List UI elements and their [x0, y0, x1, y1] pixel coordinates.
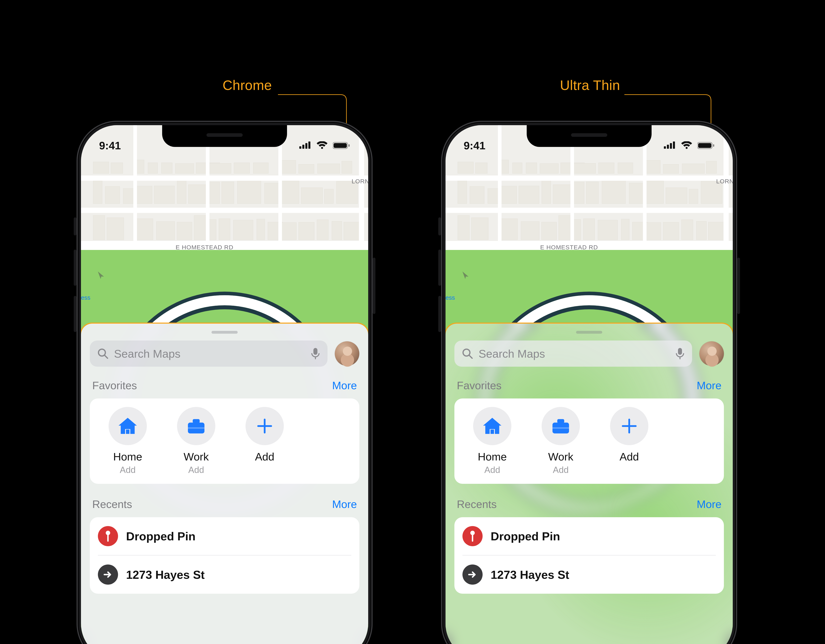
search-sheet[interactable]: Search Maps Favorites More Home Add: [81, 324, 368, 644]
phone-ultrathin: 9:41 E HOMESTEAD RD LORN ess: [441, 121, 737, 644]
avatar[interactable]: [699, 341, 724, 366]
favorites-title: Favorites: [92, 379, 137, 391]
svg-rect-30: [678, 348, 682, 355]
house-icon: [481, 415, 503, 437]
map-buildings: [456, 159, 723, 246]
recent-label: Dropped Pin: [126, 530, 196, 543]
svg-rect-26: [713, 144, 714, 147]
recents-card: Dropped Pin 1273 Hayes St: [90, 517, 359, 594]
recent-dropped-pin[interactable]: Dropped Pin: [462, 517, 716, 555]
favorite-add[interactable]: Add: [599, 407, 660, 475]
plus-icon: [254, 415, 275, 437]
svg-rect-15: [188, 427, 204, 428]
recents-more-link[interactable]: More: [332, 498, 357, 510]
map-street-edge: LORN: [716, 178, 733, 185]
recent-label: 1273 Hayes St: [491, 568, 569, 581]
search-placeholder: Search Maps: [114, 347, 305, 360]
svg-line-9: [105, 355, 108, 358]
favorites-more-link[interactable]: More: [332, 379, 357, 391]
svg-rect-14: [193, 419, 200, 423]
svg-rect-35: [553, 427, 569, 428]
svg-rect-2: [305, 143, 307, 149]
recent-label: 1273 Hayes St: [126, 568, 205, 581]
map-street-edge: LORN: [352, 178, 368, 185]
svg-rect-32: [490, 430, 494, 434]
favorite-sublabel: Add: [553, 465, 569, 475]
favorite-add[interactable]: Add: [235, 407, 295, 475]
favorite-sublabel: Add: [120, 465, 136, 475]
phone-chrome: 9:41 E HOMESTEAD RD LORN: [77, 121, 372, 644]
favorites-title: Favorites: [457, 379, 502, 391]
mic-icon[interactable]: [675, 347, 685, 360]
recents-more-link[interactable]: More: [697, 498, 721, 510]
search-icon: [462, 348, 473, 359]
svg-rect-0: [299, 146, 301, 149]
mic-icon[interactable]: [311, 347, 320, 360]
sheet-grabber[interactable]: [576, 331, 602, 334]
map-link-fragment: ess: [445, 294, 455, 301]
arrow-icon: [467, 569, 478, 580]
annotation-chrome-label: Chrome: [222, 77, 272, 93]
svg-rect-21: [667, 145, 669, 149]
favorite-label: Home: [478, 450, 507, 463]
cellular-icon: [299, 142, 311, 149]
favorite-label: Home: [113, 450, 142, 463]
plus-icon: [618, 415, 640, 437]
cellular-icon: [664, 142, 676, 149]
favorite-home[interactable]: Home Add: [97, 407, 158, 475]
svg-rect-3: [308, 142, 311, 149]
map-street-main: E HOMESTEAD RD: [176, 244, 233, 251]
avatar[interactable]: [335, 341, 359, 366]
device-notch: [527, 125, 652, 147]
recent-address[interactable]: 1273 Hayes St: [98, 555, 351, 594]
house-icon: [117, 415, 139, 437]
favorite-sublabel: Add: [484, 465, 500, 475]
favorite-sublabel: Add: [188, 465, 204, 475]
sheet-grabber[interactable]: [212, 331, 238, 334]
favorite-home[interactable]: Home Add: [462, 407, 522, 475]
svg-rect-1: [302, 145, 304, 149]
recent-address[interactable]: 1273 Hayes St: [462, 555, 716, 594]
svg-rect-23: [673, 142, 675, 149]
favorite-label: Add: [620, 450, 639, 463]
svg-rect-34: [557, 419, 564, 423]
favorites-more-link[interactable]: More: [697, 379, 721, 391]
wifi-icon: [681, 141, 692, 150]
wifi-icon: [316, 141, 328, 150]
svg-rect-22: [670, 143, 672, 149]
pin-icon: [468, 530, 477, 542]
recents-card: Dropped Pin 1273 Hayes St: [454, 517, 724, 594]
search-sheet[interactable]: Search Maps Favorites More Home Add: [445, 324, 733, 644]
search-input[interactable]: Search Maps: [90, 340, 328, 367]
svg-rect-20: [664, 146, 666, 149]
annotation-ultrathin-label: Ultra Thin: [560, 77, 620, 93]
favorites-card: Home Add Work Add Add: [454, 399, 724, 484]
favorites-card: Home Add Work Add Add: [90, 399, 359, 484]
battery-icon: [333, 142, 350, 149]
svg-marker-7: [96, 270, 104, 279]
device-notch: [162, 125, 287, 147]
map-link-fragment: ess: [81, 294, 90, 301]
favorite-label: Add: [255, 450, 274, 463]
recent-label: Dropped Pin: [491, 530, 560, 543]
pin-icon: [103, 530, 113, 542]
briefcase-icon: [550, 415, 572, 437]
svg-line-29: [469, 355, 472, 358]
map-street-main: E HOMESTEAD RD: [540, 244, 598, 251]
favorite-label: Work: [548, 450, 573, 463]
briefcase-icon: [185, 415, 207, 437]
favorite-label: Work: [184, 450, 209, 463]
search-icon: [97, 348, 109, 359]
search-input[interactable]: Search Maps: [454, 340, 692, 367]
map-buildings: [91, 159, 358, 246]
favorite-work[interactable]: Work Add: [530, 407, 591, 475]
recents-title: Recents: [92, 498, 132, 510]
status-time: 9:41: [463, 139, 485, 152]
battery-icon: [697, 142, 715, 149]
recents-title: Recents: [457, 498, 497, 510]
favorite-work[interactable]: Work Add: [166, 407, 226, 475]
svg-rect-10: [314, 348, 317, 355]
svg-rect-6: [348, 144, 350, 147]
svg-rect-12: [126, 430, 129, 434]
recent-dropped-pin[interactable]: Dropped Pin: [98, 517, 351, 555]
